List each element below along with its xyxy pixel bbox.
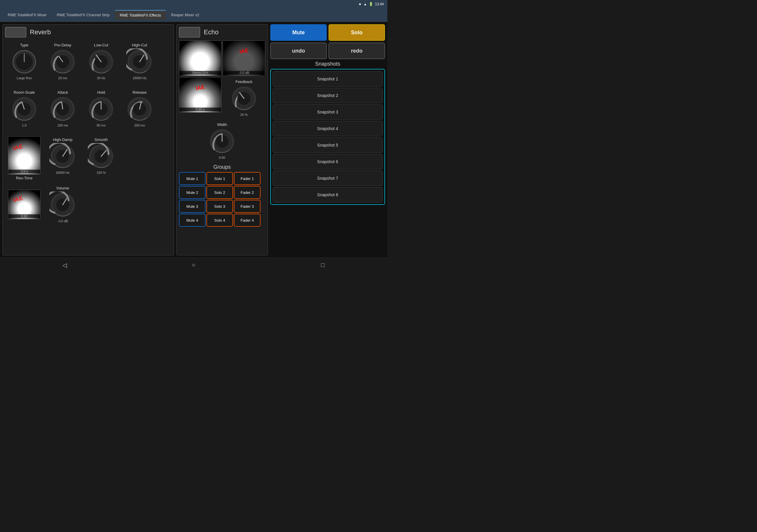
groups-title: Groups [179, 164, 265, 170]
snapshots-title: Snapshots [270, 61, 385, 67]
snapshot-3[interactable]: Snapshot 3 [273, 104, 383, 120]
tab-reaper[interactable]: Reaper Mixer v2 [167, 10, 204, 19]
echo-led[interactable] [179, 27, 200, 38]
echo-display-deltime[interactable]: IA‌E 0.60 s [179, 77, 222, 113]
knob-volume[interactable]: Volume -3.0 dB [44, 184, 82, 225]
back-button[interactable]: ◁ [59, 259, 70, 271]
recents-button[interactable]: □ [317, 259, 329, 271]
knob-highcut[interactable]: High-Cut 18000 Hz [120, 41, 159, 88]
home-button[interactable]: ○ [188, 259, 199, 271]
tab-bar: RME TotalMixFX Mixer RME TotalMixFX Chan… [0, 8, 387, 22]
tab-effects[interactable]: RME TotalMixFX Effects [115, 10, 166, 20]
volume-display-cell[interactable]: IA‌E 0.60 [5, 184, 44, 225]
group-fader-4[interactable]: Fader 4 [234, 214, 260, 227]
knob-feedback[interactable]: Feedback 20 % [223, 77, 265, 119]
knob-highdamp[interactable]: High-Damp 18000 Hz [44, 135, 82, 182]
undo-button[interactable]: undo [270, 43, 327, 59]
knob-lowcut[interactable]: Low-Cut 20 Hz [82, 41, 120, 88]
group-solo-3[interactable]: Solo 3 [206, 200, 233, 213]
echo-width-row: Width 0.60 [179, 120, 265, 162]
time-display: 13:44 [375, 2, 384, 6]
tab-channel[interactable]: RME TotalMixFX Channel Strip [52, 10, 114, 19]
snapshot-7[interactable]: Snapshot 7 [273, 170, 383, 186]
snapshot-1[interactable]: Snapshot 1 [273, 71, 383, 87]
knob-lowcut-svg [88, 48, 114, 75]
knob-width[interactable]: Width 0.60 [179, 120, 265, 162]
reverb-volume-row: IA‌E 0.60 Volume -3.0 dB [5, 184, 171, 225]
knob-roomscale[interactable]: Room-Scale 1.0 [5, 88, 44, 135]
bottom-nav: ◁ ○ □ [0, 258, 387, 272]
status-bar: ★ ▲ 🔋 13:44 [0, 0, 387, 8]
knob-hold-svg [88, 96, 114, 122]
group-fader-1[interactable]: Fader 1 [234, 172, 260, 185]
group-solo-4[interactable]: Solo 4 [206, 214, 233, 227]
group-mute-3[interactable]: Mute 3 [179, 200, 205, 213]
echo-panel: Echo Stereo Ech IA‌E -3.0 dB IA‌E 0.60 s [176, 24, 268, 255]
groups-panel: Groups Mute 1 Solo 1 Fader 1 Mute 2 Solo… [179, 164, 265, 227]
knob-type-svg [11, 48, 38, 75]
echo-header: Echo [179, 27, 265, 38]
group-fader-2[interactable]: Fader 2 [234, 186, 260, 199]
group-solo-1[interactable]: Solo 1 [206, 172, 233, 185]
revtime-display: IA‌E 3.0 s [8, 136, 41, 175]
knob-attack[interactable]: Attack 100 ms [44, 88, 82, 135]
reverb-title: Reverb [30, 28, 51, 36]
knob-feedback-svg [231, 85, 257, 112]
knob-highdamp-svg [49, 143, 76, 170]
battery-icon: 🔋 [369, 2, 373, 6]
right-panel: Mute Solo undo redo Snapshots Snapshot 1… [270, 24, 385, 255]
knob-smooth[interactable]: Smooth 100 % [82, 135, 120, 182]
echo-display-db[interactable]: IA‌E -3.0 dB [223, 41, 265, 76]
controls-grid: Mute Solo undo redo [270, 24, 385, 59]
knob-attack-svg [49, 96, 76, 122]
echo-middle-row: IA‌E 0.60 s Feedback 20 % [179, 77, 265, 119]
reverb-display-revtime[interactable]: IA‌E 3.0 s Rev-Time [5, 135, 44, 182]
reverb-header: Reverb [5, 27, 171, 38]
snapshot-6[interactable]: Snapshot 6 [273, 154, 383, 169]
knob-highcut-svg [126, 48, 153, 75]
echo-display-row: Stereo Ech IA‌E -3.0 dB [179, 41, 265, 76]
snapshot-5[interactable]: Snapshot 5 [273, 137, 383, 153]
knob-type[interactable]: Type Large Roo [5, 41, 44, 88]
knob-width-svg [209, 128, 235, 155]
volume-display: IA‌E 0.60 [8, 190, 41, 219]
echo-title: Echo [204, 28, 219, 36]
snapshot-8[interactable]: Snapshot 8 [273, 187, 383, 202]
group-mute-2[interactable]: Mute 2 [179, 186, 205, 199]
tab-mixer[interactable]: RME TotalMixFX Mixer [3, 10, 51, 19]
reverb-empty-cell [120, 135, 159, 182]
snapshot-4[interactable]: Snapshot 4 [273, 121, 383, 136]
knob-smooth-svg [88, 143, 114, 170]
knob-volume-svg [49, 192, 76, 218]
bluetooth-icon: ★ [358, 2, 362, 6]
groups-grid: Mute 1 Solo 1 Fader 1 Mute 2 Solo 2 Fade… [179, 172, 265, 227]
snapshots-list: Snapshot 1 Snapshot 2 Snapshot 3 Snapsho… [270, 69, 385, 205]
mute-button[interactable]: Mute [270, 24, 327, 41]
knob-predelay-svg [49, 48, 76, 75]
echo-display-stereo[interactable]: Stereo Ech [179, 41, 222, 76]
status-icons: ★ ▲ 🔋 13:44 [358, 2, 384, 6]
knob-hold[interactable]: Hold 80 ms [82, 88, 120, 135]
main-content: Reverb Type Large Roo Pre-Delay [0, 22, 387, 258]
reverb-panel: Reverb Type Large Roo Pre-Delay [2, 24, 174, 255]
redo-button[interactable]: redo [328, 43, 385, 59]
wifi-icon: ▲ [363, 2, 367, 6]
snapshots-section: Snapshots Snapshot 1 Snapshot 2 Snapshot… [270, 61, 385, 255]
knob-release-svg [126, 96, 153, 122]
group-mute-1[interactable]: Mute 1 [179, 172, 205, 185]
knob-release[interactable]: Release 200 ms [120, 88, 159, 135]
knob-predelay[interactable]: Pre-Delay 20 ms [44, 41, 82, 88]
solo-button[interactable]: Solo [328, 24, 385, 41]
reverb-led[interactable] [5, 27, 26, 38]
group-fader-3[interactable]: Fader 3 [234, 200, 260, 213]
group-solo-2[interactable]: Solo 2 [206, 186, 233, 199]
group-mute-4[interactable]: Mute 4 [179, 214, 205, 227]
snapshot-2[interactable]: Snapshot 2 [273, 88, 383, 103]
reverb-knob-grid: Type Large Roo Pre-Delay 20 ms [5, 41, 171, 182]
knob-roomscale-svg [11, 96, 38, 122]
